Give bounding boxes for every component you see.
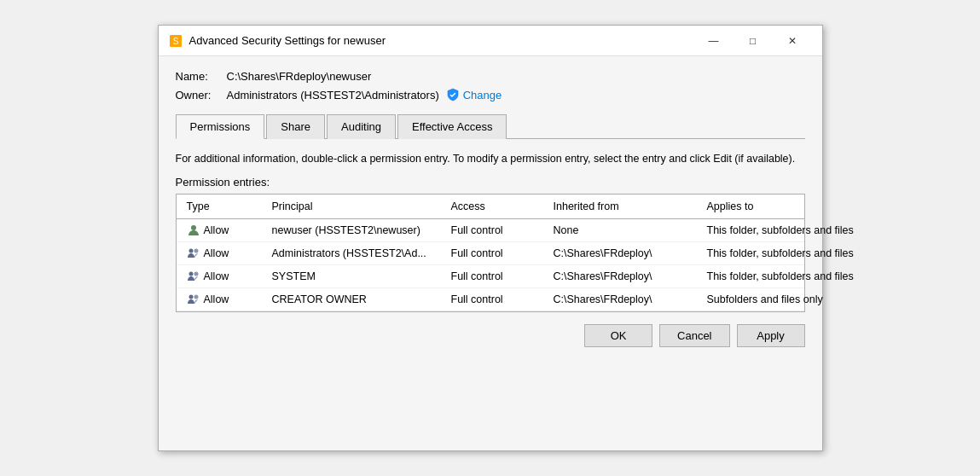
change-link[interactable]: Change (446, 88, 502, 102)
owner-label: Owner: (176, 89, 227, 102)
row0-type: Allow (183, 221, 269, 240)
svg-point-3 (188, 248, 193, 253)
row2-principal: SYSTEM (269, 268, 448, 285)
row2-inherited: C:\Shares\FRdeploy\ (550, 268, 704, 285)
row2-type: Allow (183, 267, 269, 286)
row0-access: Full control (448, 222, 550, 239)
buttons-row: OK Cancel Apply (176, 324, 805, 347)
title-bar: S Advanced Security Settings for newuser… (159, 26, 822, 56)
cancel-button[interactable]: Cancel (659, 324, 729, 347)
window-icon: S (169, 34, 183, 48)
window-title: Advanced Security Settings for newuser (189, 34, 386, 47)
users-icon (187, 247, 200, 260)
row2-access: Full control (448, 268, 550, 285)
users-icon (187, 293, 200, 306)
apply-button[interactable]: Apply (737, 324, 805, 347)
name-row: Name: C:\Shares\FRdeploy\newuser (176, 70, 805, 83)
title-bar-left: S Advanced Security Settings for newuser (169, 34, 386, 48)
table-row[interactable]: Allow Administrators (HSSTEST2\Ad... Ful… (177, 242, 804, 265)
svg-point-6 (194, 271, 198, 276)
name-value: C:\Shares\FRdeploy\newuser (227, 70, 372, 83)
col-type: Type (183, 198, 269, 215)
minimize-button[interactable]: — (694, 29, 734, 53)
tab-auditing[interactable]: Auditing (327, 114, 396, 139)
row3-type-label: Allow (204, 293, 229, 305)
row3-principal: CREATOR OWNER (269, 291, 448, 308)
row1-access: Full control (448, 245, 550, 262)
row1-principal: Administrators (HSSTEST2\Ad... (269, 245, 448, 262)
row1-type: Allow (183, 244, 269, 263)
row1-inherited: C:\Shares\FRdeploy\ (550, 245, 704, 262)
row0-principal: newuser (HSSTEST2\newuser) (269, 222, 448, 239)
row1-type-label: Allow (204, 247, 229, 259)
table-body: Allow newuser (HSSTEST2\newuser) Full co… (177, 219, 804, 311)
table-row[interactable]: Allow CREATOR OWNER Full control C:\Shar… (177, 288, 804, 311)
svg-text:S: S (172, 37, 178, 46)
row3-applies: Subfolders and files only (704, 291, 874, 308)
user-icon (187, 223, 200, 237)
table-row[interactable]: Allow SYSTEM Full control C:\Shares\FRde… (177, 265, 804, 288)
ok-button[interactable]: OK (584, 324, 652, 347)
permission-table: Type Principal Access Inherited from App… (176, 194, 805, 312)
row3-access: Full control (448, 291, 550, 308)
main-window: S Advanced Security Settings for newuser… (158, 25, 823, 451)
owner-value: Administrators (HSSTEST2\Administrators) (227, 89, 439, 102)
content-area: Name: C:\Shares\FRdeploy\newuser Owner: … (159, 56, 822, 361)
name-label: Name: (176, 70, 227, 83)
title-bar-controls: — □ ✕ (694, 29, 812, 53)
row2-applies: This folder, subfolders and files (704, 268, 874, 285)
row0-inherited: None (550, 222, 704, 239)
close-button[interactable]: ✕ (773, 29, 812, 53)
col-applies: Applies to (704, 198, 874, 215)
table-header: Type Principal Access Inherited from App… (177, 194, 804, 219)
tab-effective-access[interactable]: Effective Access (397, 114, 507, 139)
shield-change-icon (446, 88, 460, 102)
row2-type-label: Allow (204, 270, 229, 282)
owner-row: Owner: Administrators (HSSTEST2\Administ… (176, 88, 805, 102)
tab-permissions[interactable]: Permissions (176, 114, 265, 139)
row0-applies: This folder, subfolders and files (704, 222, 874, 239)
description-text: For additional information, double-click… (176, 151, 805, 167)
table-row[interactable]: Allow newuser (HSSTEST2\newuser) Full co… (177, 219, 804, 242)
col-inherited: Inherited from (550, 198, 704, 215)
svg-point-8 (194, 294, 198, 299)
row1-applies: This folder, subfolders and files (704, 245, 874, 262)
change-label: Change (463, 89, 502, 102)
svg-point-4 (194, 248, 198, 253)
section-title: Permission entries: (176, 176, 805, 189)
row3-inherited: C:\Shares\FRdeploy\ (550, 291, 704, 308)
svg-point-2 (191, 225, 196, 230)
svg-point-7 (188, 294, 193, 299)
svg-point-5 (188, 271, 193, 276)
maximize-button[interactable]: □ (734, 29, 773, 53)
row3-type: Allow (183, 290, 269, 309)
tabs-container: Permissions Share Auditing Effective Acc… (176, 113, 805, 139)
tab-share[interactable]: Share (266, 114, 325, 139)
row0-type-label: Allow (204, 224, 229, 236)
col-principal: Principal (269, 198, 448, 215)
col-access: Access (448, 198, 550, 215)
users-icon (187, 270, 200, 283)
